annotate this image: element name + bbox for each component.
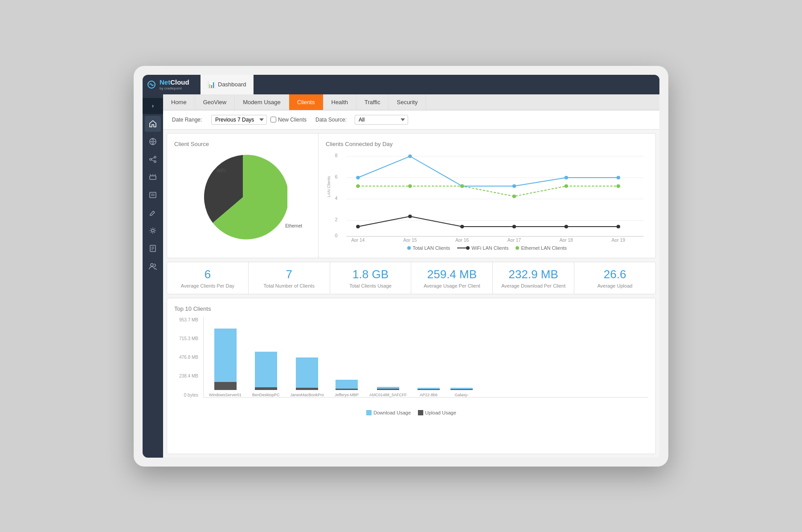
nav-tab-geoview[interactable]: GeoView [195, 94, 235, 110]
bar-stack-janesmacbookpro [296, 319, 318, 390]
main-layout: › [143, 94, 659, 458]
svg-text:LAN Clients: LAN Clients [327, 176, 331, 197]
svg-text:Apr 14: Apr 14 [351, 238, 365, 242]
sidebar-toggle[interactable]: › [143, 98, 163, 114]
svg-point-4 [150, 158, 151, 160]
device-frame: NetCloud by cradlepoint 📊 Dashboard › [134, 66, 668, 467]
svg-point-55 [565, 225, 568, 228]
svg-point-20 [151, 264, 153, 266]
settings-icon [149, 227, 157, 235]
svg-point-42 [512, 184, 516, 188]
sidebar-icon-network[interactable] [145, 134, 161, 150]
stat-avg-usage: 259.4 MB Average Usage Per Client [411, 262, 493, 294]
legend-download-usage: Download Usage [366, 410, 411, 415]
data-source-label: Data Source: [315, 117, 351, 123]
svg-rect-12 [150, 192, 156, 198]
top-bar: NetCloud by cradlepoint 📊 Dashboard [143, 75, 659, 94]
sidebar-icon-edit[interactable] [145, 205, 161, 221]
charts-row: Client Source WiFi Ethernet [167, 133, 656, 258]
svg-text:Apr 19: Apr 19 [612, 238, 626, 242]
stat-avg-clients-label: Average Clients Per Day [174, 283, 241, 288]
dashboard-tab-icon: 📊 [208, 81, 215, 88]
sidebar-icon-users[interactable] [145, 258, 161, 274]
dashboard-tab-label: Dashboard [218, 81, 246, 88]
bar-upload-galaxy [450, 389, 473, 390]
bar-chart-legend: Download Usage Upload Usage [174, 410, 648, 415]
legend-wifi-dot [466, 246, 470, 250]
top-clients-title: Top 10 Clients [174, 305, 648, 312]
svg-point-39 [356, 176, 360, 179]
users-icon [149, 262, 157, 270]
bar-upload-ap22 [417, 389, 440, 390]
svg-point-53 [460, 225, 464, 228]
svg-text:Apr 16: Apr 16 [455, 238, 469, 242]
bar-group-bendesktoppc: BenDesktopPC [252, 319, 280, 397]
svg-text:Apr 15: Apr 15 [403, 238, 417, 242]
bar-stack-windowsserver01 [214, 319, 237, 390]
svg-line-6 [151, 158, 154, 159]
sidebar-icon-settings[interactable] [145, 223, 161, 239]
line-chart-legend: Total LAN Clients WiFi LAN Clients Ether… [326, 245, 648, 251]
clients-by-day-title: Clients Connected by Day [326, 141, 648, 147]
svg-point-15 [151, 229, 154, 232]
content-area: Home GeoView Modem Usage Clients Health … [163, 94, 659, 458]
sidebar-icon-router[interactable] [145, 169, 161, 185]
logo-text: NetCloud by cradlepoint [160, 78, 189, 90]
svg-point-40 [408, 154, 412, 158]
stat-avg-clients-value: 6 [174, 268, 241, 281]
bar-label-jefferysmbp: Jefferys-MBP [335, 393, 359, 397]
sidebar-icon-report[interactable] [145, 240, 161, 256]
data-source-select[interactable]: All WiFi Ethernet [355, 115, 408, 125]
home-icon [149, 120, 157, 128]
stat-total-clients: 7 Total Number of Clients [249, 262, 330, 294]
network-icon [149, 138, 157, 146]
bar-label-janesmacbookpro: JanesMacBookPro [291, 393, 324, 397]
stat-avg-upload-value: 26.6 [581, 268, 648, 281]
bar-upload-amc01488 [377, 389, 399, 390]
svg-text:0: 0 [335, 233, 338, 238]
svg-text:8: 8 [335, 153, 338, 158]
svg-point-43 [565, 176, 568, 179]
bar-group-ap22: AP22-8b6 [417, 319, 440, 397]
bar-download-windowsserver01 [214, 329, 237, 382]
bar-y-axis: 953.7 MB 715.3 MB 476.8 MB 238.4 MB 0 by… [174, 317, 201, 398]
legend-upload-rect [418, 410, 423, 415]
dashboard-tab[interactable]: 📊 Dashboard [200, 75, 254, 94]
svg-point-49 [565, 184, 568, 188]
nav-tab-modem-usage[interactable]: Modem Usage [235, 94, 289, 110]
nav-tab-traffic[interactable]: Traffic [356, 94, 389, 110]
bar-download-bendesktoppc [255, 352, 277, 387]
nav-tab-health[interactable]: Health [323, 94, 357, 110]
logo-area: NetCloud by cradlepoint [147, 78, 200, 90]
stat-avg-clients: 6 Average Clients Per Day [167, 262, 249, 294]
pie-chart-container: WiFi Ethernet [174, 153, 311, 242]
nav-tab-home[interactable]: Home [163, 94, 195, 110]
sidebar-icon-list[interactable] [145, 187, 161, 203]
svg-point-50 [617, 184, 620, 188]
logo-icon [147, 80, 156, 89]
svg-point-3 [154, 156, 156, 158]
bar-download-janesmacbookpro [296, 357, 318, 388]
clients-by-day-panel: Clients Connected by Day 8 6 4 2 0 LAN C… [319, 134, 655, 258]
ethernet-label: Ethernet [285, 223, 302, 228]
stat-total-usage-label: Total Clients Usage [337, 283, 404, 288]
nav-tab-clients[interactable]: Clients [289, 94, 323, 110]
legend-ethernet-dot [516, 246, 519, 250]
svg-point-48 [512, 195, 516, 198]
share-icon [149, 155, 157, 163]
svg-point-54 [512, 225, 516, 228]
sidebar-icon-share[interactable] [145, 151, 161, 167]
new-clients-checkbox[interactable] [270, 117, 276, 122]
stat-avg-upload: 26.6 Average Upload [574, 262, 655, 294]
svg-point-47 [460, 184, 464, 188]
bar-group-janesmacbookpro: JanesMacBookPro [291, 319, 324, 397]
date-range-select[interactable]: Previous 7 Days Previous 30 Days Today [211, 115, 267, 125]
nav-tab-security[interactable]: Security [389, 94, 426, 110]
sidebar-icon-home[interactable] [145, 116, 161, 132]
bar-label-ap22: AP22-8b6 [420, 393, 438, 397]
top-clients-section: Top 10 Clients 953.7 MB 715.3 MB 476.8 M… [167, 298, 656, 454]
filter-bar: Date Range: Previous 7 Days Previous 30 … [163, 110, 659, 130]
app-container: NetCloud by cradlepoint 📊 Dashboard › [143, 75, 659, 458]
line-chart-svg: 8 6 4 2 0 LAN Clients [326, 153, 648, 242]
stat-avg-usage-value: 259.4 MB [418, 268, 485, 281]
